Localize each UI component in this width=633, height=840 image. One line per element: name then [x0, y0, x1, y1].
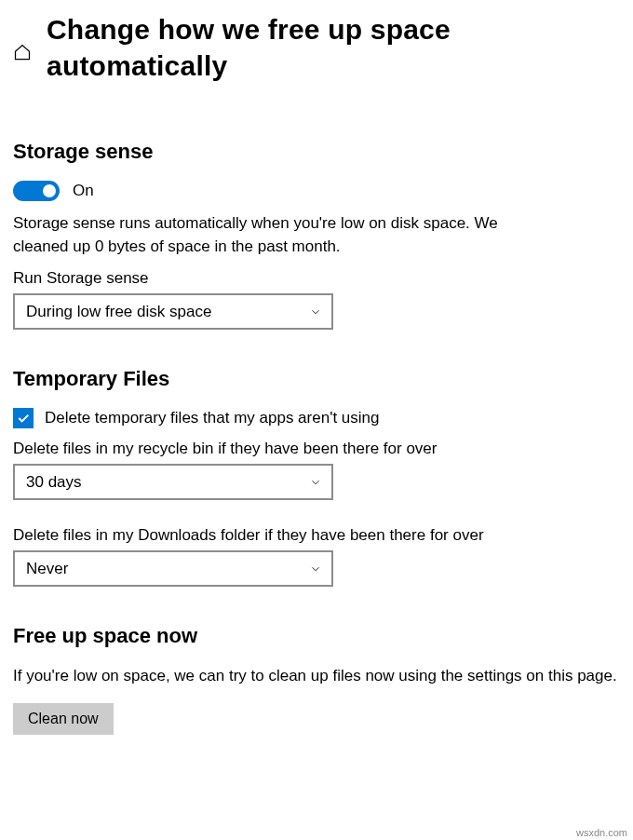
- recycle-bin-label: Delete files in my recycle bin if they h…: [13, 440, 620, 458]
- clean-now-button[interactable]: Clean now: [13, 703, 114, 735]
- delete-temp-checkbox[interactable]: [13, 408, 34, 428]
- chevron-down-icon: [309, 476, 322, 489]
- storage-sense-description: Storage sense runs automatically when yo…: [13, 212, 506, 258]
- free-up-space-heading: Free up space now: [13, 624, 620, 648]
- downloads-value: Never: [26, 560, 68, 578]
- run-storage-sense-label: Run Storage sense: [13, 269, 620, 288]
- page-title: Change how we free up space automaticall…: [47, 11, 620, 84]
- downloads-label: Delete files in my Downloads folder if t…: [13, 526, 620, 545]
- storage-sense-toggle[interactable]: [13, 181, 60, 201]
- downloads-select[interactable]: Never: [13, 550, 333, 587]
- chevron-down-icon: [309, 562, 322, 576]
- recycle-bin-value: 30 days: [26, 473, 82, 492]
- checkmark-icon: [16, 411, 31, 426]
- home-icon[interactable]: [13, 43, 32, 66]
- run-storage-sense-select[interactable]: During low free disk space: [13, 293, 333, 330]
- watermark: wsxdn.com: [576, 827, 627, 838]
- recycle-bin-select[interactable]: 30 days: [13, 464, 333, 500]
- temporary-files-heading: Temporary Files: [13, 367, 620, 391]
- chevron-down-icon: [309, 305, 322, 318]
- run-storage-sense-value: During low free disk space: [26, 303, 211, 321]
- storage-sense-heading: Storage sense: [13, 140, 620, 164]
- delete-temp-label: Delete temporary files that my apps aren…: [45, 409, 379, 427]
- free-up-space-description: If you're low on space, we can try to cl…: [13, 665, 620, 688]
- storage-sense-toggle-label: On: [73, 182, 94, 200]
